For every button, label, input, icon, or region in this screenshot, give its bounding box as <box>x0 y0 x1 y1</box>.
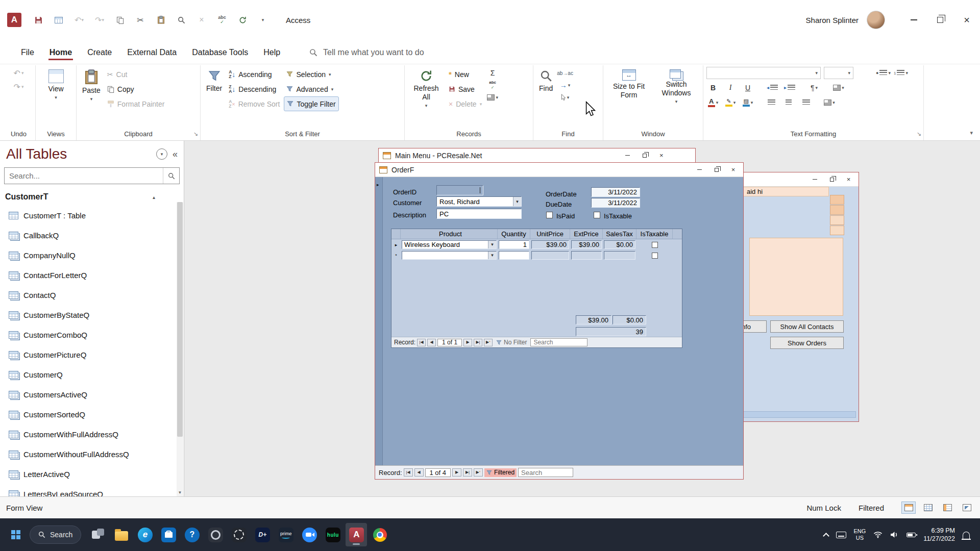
order-date-field[interactable]: 3/11/2022 <box>591 187 640 197</box>
nav-object-item[interactable]: CustomerByStateQ <box>0 305 184 325</box>
start-button[interactable] <box>5 523 27 546</box>
new-row-selector[interactable]: * <box>391 253 401 258</box>
tab-help[interactable]: Help <box>256 48 288 64</box>
previous-record-button[interactable]: ◀ <box>427 339 436 346</box>
nav-object-item[interactable]: CustomersActiveQ <box>0 385 184 405</box>
battery-icon[interactable] <box>906 533 916 537</box>
go-to-button[interactable]: →▾ <box>557 79 573 91</box>
order-id-field[interactable] <box>436 185 483 195</box>
touch-keyboard-icon[interactable] <box>836 532 846 538</box>
first-record-button[interactable]: |◀ <box>404 468 413 477</box>
format-painter-button[interactable]: Format Painter <box>105 96 167 111</box>
nav-object-item[interactable]: CustomerT : Table <box>0 206 184 226</box>
size-to-fit-form-button[interactable]: ↔ Size to Fit Form <box>606 67 651 99</box>
nav-object-item[interactable]: CustomerQ <box>0 365 184 385</box>
nav-scrollbar-thumb[interactable] <box>177 202 183 437</box>
layout-view-button[interactable] <box>940 502 954 514</box>
nav-object-item[interactable]: LetterActiveQ <box>0 464 184 484</box>
delete-record-button[interactable]: ×Delete▾ <box>446 96 484 111</box>
decrease-indent-button[interactable]: ◂ <box>766 82 779 94</box>
tab-database-tools[interactable]: Database Tools <box>184 48 256 64</box>
wifi-icon[interactable] <box>873 531 883 538</box>
close-object-button[interactable]: × <box>193 12 210 28</box>
user-avatar[interactable] <box>867 11 885 29</box>
undo-button[interactable]: ↶▾ <box>12 67 26 79</box>
view-button[interactable]: View ▾ <box>45 67 66 101</box>
new-record-button[interactable]: ▶* <box>474 468 483 477</box>
customer-dropdown-icon[interactable]: ▼ <box>513 197 521 206</box>
notifications-icon[interactable] <box>963 532 970 539</box>
nav-object-item[interactable]: CallbackQ <box>0 226 184 245</box>
advanced-button[interactable]: Advanced▾ <box>284 82 338 96</box>
filter-button[interactable]: Filter <box>204 67 225 93</box>
redo-button[interactable]: ↷▾ <box>12 81 26 93</box>
contacts-maximize-button[interactable] <box>824 174 840 185</box>
new-record-button[interactable]: *New <box>446 67 484 82</box>
header-product[interactable]: Product <box>401 229 498 239</box>
align-center-button[interactable] <box>782 96 795 109</box>
nav-search-input[interactable] <box>5 171 163 180</box>
row-istaxable-checkbox[interactable] <box>652 242 658 248</box>
copy-button[interactable] <box>111 12 129 28</box>
datasheet-format-button[interactable]: ▾ <box>823 96 836 109</box>
save-button[interactable] <box>30 12 47 28</box>
prime-video-button[interactable]: prime <box>275 523 297 546</box>
nav-pane-collapse-button[interactable]: « <box>173 149 178 160</box>
refresh-all-button[interactable]: Refresh All ▾ <box>408 67 445 108</box>
main-menu-close-button[interactable]: × <box>653 150 669 161</box>
product-dropdown-icon[interactable]: ▼ <box>488 252 496 259</box>
close-button[interactable]: × <box>953 0 980 40</box>
show-all-contacts-button[interactable]: Show All Contacts <box>770 320 844 333</box>
selection-button[interactable]: Selection▾ <box>284 67 338 82</box>
redo-button[interactable]: ↷▾ <box>91 12 108 28</box>
file-explorer-button[interactable] <box>111 523 132 546</box>
contacts-close-button[interactable]: × <box>841 174 856 185</box>
new-record-button[interactable]: ▶* <box>484 339 493 346</box>
product-dropdown-icon[interactable]: ▼ <box>488 241 496 248</box>
datasheet-view-button[interactable] <box>50 12 67 28</box>
nav-object-item[interactable]: ContactQ <box>0 285 184 305</box>
main-menu-maximize-button[interactable] <box>636 150 652 161</box>
ext-price-field[interactable]: $39.00 <box>571 240 602 249</box>
save-record-button[interactable]: Save <box>446 82 484 96</box>
new-sales-tax-field[interactable] <box>604 251 635 260</box>
spelling-button[interactable]: abc✓ <box>486 79 499 91</box>
nav-scrollbar-down-icon[interactable]: ▼ <box>177 490 183 495</box>
text-formatting-dialog-launcher[interactable]: ↘ <box>917 131 921 137</box>
copy-button[interactable]: Copy <box>105 82 167 96</box>
ascending-button[interactable]: AZ↓ Ascending <box>226 67 282 82</box>
filtered-status[interactable]: Filtered <box>859 504 884 512</box>
underline-button[interactable]: U <box>741 82 754 94</box>
previous-record-button[interactable]: ◀ <box>414 468 424 477</box>
find-button[interactable]: Find <box>536 67 555 93</box>
hidden-icons-chevron-icon[interactable] <box>823 533 829 539</box>
language-indicator[interactable]: ENG US <box>854 528 866 541</box>
increase-indent-button[interactable]: ▸ <box>783 82 796 94</box>
next-record-button[interactable]: ▶ <box>463 339 472 346</box>
poker-app-button[interactable] <box>228 523 250 546</box>
paragraph-direction-button[interactable]: ¶▾ <box>807 82 821 94</box>
main-menu-minimize-button[interactable] <box>620 150 635 161</box>
customer-combo[interactable]: Rost, Richard ▼ <box>436 196 522 207</box>
clipboard-dialog-launcher[interactable]: ↘ <box>193 131 198 137</box>
orderf-minimize-button[interactable] <box>692 164 707 176</box>
nav-object-item[interactable]: CustomerSortedQ <box>0 405 184 424</box>
restore-button[interactable] <box>927 0 953 40</box>
contact-cell[interactable] <box>830 226 844 235</box>
nav-object-item[interactable]: CustomerWithFullAddressQ <box>0 424 184 444</box>
descending-button[interactable]: ZA↓ Descending <box>226 82 282 96</box>
form-view-button[interactable] <box>901 502 916 514</box>
nav-object-item[interactable]: CompanyNullQ <box>0 245 184 265</box>
show-orders-button[interactable]: Show Orders <box>770 337 844 349</box>
nav-object-item[interactable]: CustomerWithoutFullAddressQ <box>0 444 184 464</box>
tab-home[interactable]: Home <box>42 48 80 64</box>
replace-button[interactable]: ab→ac <box>557 67 573 79</box>
nav-group-header-customert[interactable]: CustomerT ▴ <box>0 186 184 206</box>
align-right-button[interactable] <box>799 96 813 109</box>
bullets-button[interactable]: ●▾ <box>876 67 891 79</box>
sales-tax-field[interactable]: $0.00 <box>604 240 635 249</box>
align-left-button[interactable] <box>765 96 778 109</box>
taskbar-search[interactable]: Search <box>30 525 81 544</box>
disney-plus-button[interactable]: D+ <box>252 523 273 546</box>
contact-notes-box[interactable] <box>749 238 843 316</box>
